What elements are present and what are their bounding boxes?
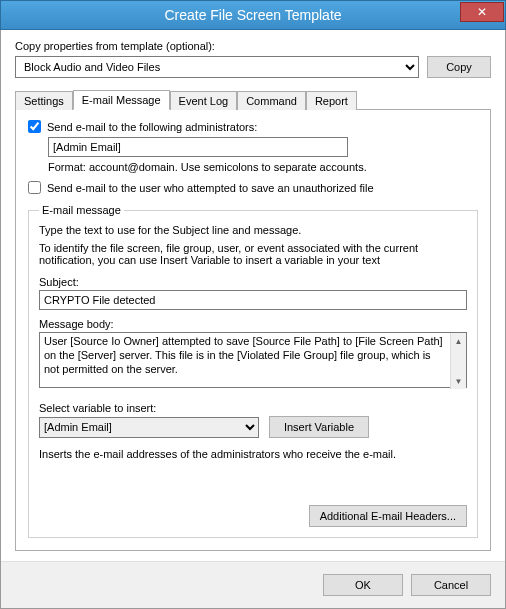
- tab-email[interactable]: E-mail Message: [73, 90, 170, 110]
- pane-footer: Additional E-mail Headers...: [39, 495, 467, 527]
- admins-to-input[interactable]: [48, 137, 348, 157]
- body-scrollbar[interactable]: ▲ ▼: [450, 333, 466, 389]
- copy-template-row: Block Audio and Video Files Copy: [15, 56, 491, 78]
- tab-report[interactable]: Report: [306, 91, 357, 110]
- send-admins-label: Send e-mail to the following administrat…: [47, 121, 257, 133]
- format-help: Format: account@domain. Use semicolons t…: [48, 161, 478, 173]
- scroll-down-icon[interactable]: ▼: [451, 373, 466, 389]
- window-title: Create File Screen Template: [1, 7, 505, 23]
- scroll-up-icon[interactable]: ▲: [451, 333, 466, 349]
- intro-text: Type the text to use for the Subject lin…: [39, 224, 467, 236]
- email-message-legend: E-mail message: [39, 204, 124, 216]
- cancel-button[interactable]: Cancel: [411, 574, 491, 596]
- subject-label: Subject:: [39, 276, 467, 288]
- ok-button[interactable]: OK: [323, 574, 403, 596]
- send-user-row[interactable]: Send e-mail to the user who attempted to…: [28, 181, 478, 194]
- variable-select[interactable]: [Admin Email]: [39, 417, 259, 438]
- tab-pane-email: Send e-mail to the following administrat…: [15, 110, 491, 551]
- body-wrap: ▲ ▼: [39, 332, 467, 390]
- send-admins-checkbox[interactable]: [28, 120, 41, 133]
- send-admins-row[interactable]: Send e-mail to the following administrat…: [28, 120, 478, 133]
- send-user-checkbox[interactable]: [28, 181, 41, 194]
- tab-bar: Settings E-mail Message Event Log Comman…: [15, 88, 491, 110]
- body-textarea[interactable]: [39, 332, 467, 388]
- dialog-footer: OK Cancel: [1, 561, 505, 608]
- email-message-group: E-mail message Type the text to use for …: [28, 204, 478, 538]
- subject-input[interactable]: [39, 290, 467, 310]
- tab-command[interactable]: Command: [237, 91, 306, 110]
- variable-description: Inserts the e-mail addresses of the admi…: [39, 448, 467, 460]
- dialog-client: Copy properties from template (optional)…: [0, 30, 506, 609]
- insert-variable-button[interactable]: Insert Variable: [269, 416, 369, 438]
- title-bar: Create File Screen Template ✕: [0, 0, 506, 30]
- additional-headers-button[interactable]: Additional E-mail Headers...: [309, 505, 467, 527]
- tab-settings[interactable]: Settings: [15, 91, 73, 110]
- variable-row: [Admin Email] Insert Variable: [39, 416, 467, 438]
- send-user-label: Send e-mail to the user who attempted to…: [47, 182, 374, 194]
- close-icon: ✕: [477, 6, 487, 18]
- copy-button[interactable]: Copy: [427, 56, 491, 78]
- copy-template-select[interactable]: Block Audio and Video Files: [15, 56, 419, 78]
- copy-template-label: Copy properties from template (optional)…: [15, 40, 491, 52]
- close-button[interactable]: ✕: [460, 2, 504, 22]
- tab-eventlog[interactable]: Event Log: [170, 91, 238, 110]
- body-label: Message body:: [39, 318, 467, 330]
- variable-label: Select variable to insert:: [39, 402, 467, 414]
- desc-text: To identify the file screen, file group,…: [39, 242, 467, 266]
